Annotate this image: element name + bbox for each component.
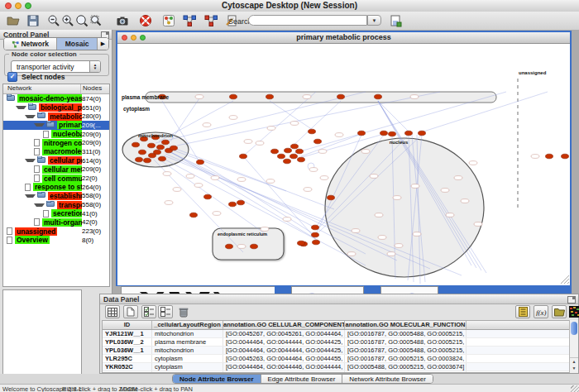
attribute-list-button[interactable] [515,305,530,318]
background-window-fragment[interactable] [121,286,283,294]
tree-row-nucleobase-[interactable]: nucleobase-209(0) [3,130,109,139]
table-cell[interactable]: [GO:0016787, GO:0005488, GO:0005215, G..… [345,338,467,346]
network-node[interactable] [159,156,166,161]
table-cell[interactable]: mitochondrion [152,371,223,373]
network-node[interactable] [389,131,396,136]
network-node[interactable] [226,244,233,249]
network-node[interactable] [546,154,553,159]
disclosure-triangle-icon[interactable] [25,194,36,198]
network-node[interactable] [358,131,366,136]
snapshot-camera-icon[interactable] [116,14,129,27]
search-input[interactable] [248,15,367,26]
network-node[interactable] [284,159,291,164]
tree-row-multi-organism-pro[interactable]: multi-organism pro42(0) [3,218,109,227]
tree-row-cellular-metabol[interactable]: cellular metabol209(0) [3,165,109,174]
tree-row-primary-metabo[interactable]: primary metabo209(... [3,121,109,130]
tree-column-network[interactable]: Network [3,84,81,93]
table-cell[interactable]: YJR121W__1 [103,330,152,337]
background-window-fragment[interactable] [438,286,572,294]
network-node[interactable] [313,240,320,245]
table-cell[interactable]: [GO:0016787, GO:0005488, GO:0005215, G..… [345,371,467,373]
table-cell[interactable]: mitochondrion [152,330,223,337]
tree-column-nodes[interactable]: Nodes [81,84,109,93]
network-edge[interactable] [301,134,361,156]
zoom-out-icon[interactable] [47,14,60,27]
network-window-titlebar[interactable]: primary metabolic process [117,32,570,44]
zoom-fit-icon[interactable] [89,14,103,27]
network-edge[interactable] [170,98,199,141]
network-node[interactable] [337,94,345,99]
network-node[interactable] [278,154,285,159]
table-cell[interactable]: mitochondrion [152,347,223,354]
table-row-ylr295c[interactable]: YLR295Ccytoplasm[GO:0045263, GO:0044464,… [103,355,577,363]
table-cell[interactable]: YPL036W__1 [103,347,152,354]
network-node[interactable] [190,213,198,218]
export-network-icon[interactable] [203,14,220,27]
tree-row-establishment-of-lo[interactable]: establishment of lo558(0) [3,192,109,201]
network-node[interactable] [157,145,165,150]
select-nodes-checkbox[interactable]: ✓ [7,72,17,82]
network-node[interactable] [298,157,305,162]
network-node[interactable] [229,202,237,207]
tree-row-biological-process[interactable]: biological_process651(0) [3,103,109,112]
network-node[interactable] [375,94,382,99]
disclosure-triangle-icon[interactable] [34,203,45,207]
network-node[interactable] [204,194,212,199]
network-node[interactable] [197,160,204,165]
network-edge[interactable] [170,146,334,209]
tree-row-cell-communicat[interactable]: cell communicat22(0) [3,174,109,183]
table-cell[interactable]: [GO:0016787, GO:0005215, GO:0003824, G..… [345,355,467,362]
float-panel-icon[interactable] [567,296,576,304]
network-node[interactable] [298,241,305,246]
disclosure-triangle-icon[interactable] [25,159,36,162]
open-attribute-file-button[interactable] [552,305,567,318]
more-tabs-arrow[interactable]: ▶ [98,38,108,50]
resize-grip[interactable] [571,385,579,392]
network-node[interactable] [285,148,292,153]
network-node[interactable] [154,150,161,155]
table-cell[interactable]: [GO:0045267, GO:0045261, GO:0044464, G..… [223,330,345,337]
table-cell[interactable]: cytoplasm [152,355,223,362]
new-attribute-button[interactable] [123,305,138,318]
disclosure-triangle-icon[interactable] [25,115,36,118]
network-node[interactable] [328,195,335,200]
column-header-2[interactable]: annotation.GO CELLULAR_COMPONENT [223,321,345,329]
tab-edge-attribute-browser[interactable]: Edge Attribute Browser [261,375,343,383]
network-node[interactable] [405,131,413,136]
table-cell[interactable]: [GO:0005488, GO:0005215, GO:0003674] [345,363,467,370]
background-window-fragment[interactable] [275,286,291,294]
network-node[interactable] [419,131,426,136]
column-header-1[interactable]: _cellularLayoutRegion [152,321,223,329]
network-node[interactable] [144,158,151,163]
tab-mosaic[interactable]: Mosaic [57,38,98,50]
network-node[interactable] [271,149,279,154]
table-row-ydr039c__1[interactable]: YDR039C__1mitochondrion[GO:0044464, GO:0… [103,371,577,373]
help-lifebuoy-icon[interactable] [139,14,152,27]
network-node[interactable] [162,140,170,145]
table-row-ypl036w__1[interactable]: YPL036W__1mitochondrion[GO:0044464, GO:0… [103,347,577,355]
table-cell[interactable]: YPL036W__2 [103,338,152,346]
table-row-yjr121w__1[interactable]: YJR121W__1mitochondrion[GO:0045267, GO:0… [103,330,577,338]
table-cell[interactable]: [GO:0044464, GO:0044444, GO:0044425, G..… [223,371,345,373]
search-dropdown-button[interactable]: ▼ [367,15,381,26]
tree-row-nitrogen-compo[interactable]: nitrogen compo209(0) [3,138,109,147]
network-canvas[interactable]: plasma membranecytoplasmmitochondrionnuc… [117,44,570,285]
disclosure-triangle-icon[interactable] [34,123,45,127]
network-node[interactable] [251,244,258,249]
network-node[interactable] [237,200,245,205]
network-node[interactable] [309,129,316,134]
import-attributes-icon[interactable] [389,14,402,27]
table-cell[interactable]: YKR052C [103,363,152,370]
tree-row-secretion[interactable]: secretion41(0) [3,209,109,218]
import-network-icon[interactable] [182,14,199,27]
unselect-attributes-button[interactable] [158,305,173,318]
table-scrollbar[interactable]: ▲▼ [569,320,578,373]
vizmapper-icon[interactable] [162,14,175,27]
delete-attribute-button[interactable] [176,305,191,318]
matrix-heatmap-button[interactable] [568,305,579,318]
tab-node-attribute-browser[interactable]: Node Attribute Browser [173,375,261,383]
table-cell[interactable]: [GO:0044464, GO:0044444, GO:0044425, G..… [223,347,345,354]
tree-row-transport[interactable]: transport558(0) [3,200,109,209]
tree-row-metabolic-process[interactable]: metabolic process280(0) [3,112,109,121]
network-node[interactable] [230,94,237,99]
